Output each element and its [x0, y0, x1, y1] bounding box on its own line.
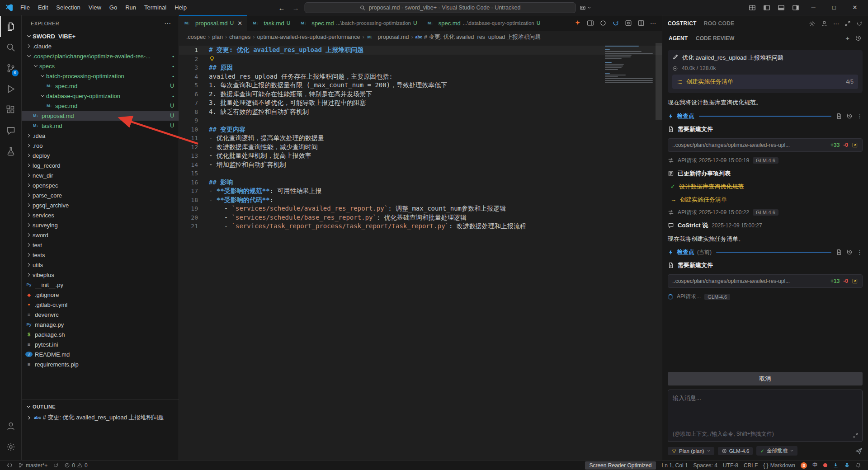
message-input[interactable]: 输入消息... (@添加上下文, /输入命令, Shift+拖拽文件): [668, 390, 863, 442]
more-actions-icon[interactable]: ⋯: [650, 20, 656, 27]
edit-task-icon[interactable]: [672, 54, 679, 60]
restore-history-icon[interactable]: [846, 113, 853, 119]
code-line-14[interactable]: 14- 增加监控和自动扩容机制: [179, 160, 662, 169]
restore-history-icon[interactable]: [846, 249, 853, 256]
settings-gear-icon[interactable]: [0, 437, 22, 457]
open-file-icon[interactable]: [852, 278, 858, 284]
menu-terminal[interactable]: Terminal: [140, 2, 170, 13]
breadcrumb-item-1[interactable]: plan: [212, 34, 223, 40]
remote-indicator-icon[interactable]: [5, 461, 15, 470]
tab-spec-md-2[interactable]: M↓spec.md...\batch-processing-optimizati…: [295, 15, 422, 31]
code-line-6[interactable]: 62. 数据库查询可能存在性能瓶颈，特别是在高并发场景下: [179, 90, 662, 99]
tree-file-gitignore[interactable]: ◆.gitignore: [22, 290, 179, 300]
code-line-18[interactable]: 18- **受影响的代码**:: [179, 196, 662, 205]
code-line-20[interactable]: 20 - `services/schedule/base_res_report.…: [179, 213, 662, 222]
send-icon[interactable]: [855, 447, 863, 455]
tree-folder-specs[interactable]: specs●: [22, 61, 179, 71]
extensions-icon[interactable]: [0, 99, 22, 120]
command-center-search[interactable]: proposal.md - sword_vibe+ - Visual Studi…: [305, 2, 576, 13]
file-change-chip[interactable]: ..cospec/plan/changes/optimize-availed-r…: [668, 274, 863, 288]
eol-status[interactable]: CRLF: [741, 461, 760, 470]
todo-banner[interactable]: 创建实施任务清单 4/5: [672, 75, 858, 89]
maximize-button[interactable]: □: [825, 0, 844, 15]
tree-folder-database-query-optimization[interactable]: database-query-optimization●: [22, 91, 179, 101]
diff-file-icon[interactable]: [836, 113, 842, 119]
close-button[interactable]: ✕: [845, 0, 864, 15]
code-line-5[interactable]: 51. 每次查询和上报的数据量有限 (_max_count_num = 200)…: [179, 81, 662, 90]
menu-view[interactable]: View: [85, 2, 105, 13]
code-line-7[interactable]: 73. 批量处理逻辑不够优化，可能导致上报过程中的阻塞: [179, 99, 662, 108]
lightbulb-icon[interactable]: [209, 56, 215, 62]
tree-file-devenvrc[interactable]: ≡devenvrc: [22, 310, 179, 320]
checkpoint-row[interactable]: 检查点⋮: [668, 112, 863, 120]
tree-folder-roo[interactable]: .roo: [22, 141, 179, 150]
tree-folder-cospec-plan-changes-optimize-availed-res[interactable]: .cospec\plan\changes\optimize-availed-re…: [22, 51, 179, 61]
tree-folder-batch-processing-optimization[interactable]: batch-processing-optimization●: [22, 71, 179, 81]
tab-spec-md-3[interactable]: M↓spec.md...\database-query-optimization…: [422, 15, 546, 31]
outline-item[interactable]: abc # 变更: 优化 availed_res_upload 上报堆积问题: [22, 413, 179, 423]
more-icon[interactable]: ⋮: [857, 113, 863, 119]
breadcrumb-item-3[interactable]: optimize-availed-res-upload-performance: [257, 34, 360, 40]
customize-layout-icon[interactable]: [746, 2, 759, 14]
toggle-panel-icon[interactable]: [775, 2, 788, 14]
tree-folder-parse-core[interactable]: parse_core: [22, 190, 179, 200]
layout-toggle-icon[interactable]: [587, 19, 594, 27]
forward-button[interactable]: →: [291, 4, 301, 12]
code-editor[interactable]: 1# 变更: 优化 availed_res_upload 上报堆积问题23## …: [179, 43, 662, 460]
download-icon[interactable]: [830, 461, 841, 470]
tree-folder-test[interactable]: test: [22, 240, 179, 250]
menu-go[interactable]: Go: [105, 2, 121, 13]
breadcrumb-item-5[interactable]: abc# 变更: 优化 availed_res_upload 上报堆积问题: [415, 33, 541, 41]
mic-icon[interactable]: [842, 461, 852, 470]
tree-file-package-sh[interactable]: $package.sh: [22, 329, 179, 339]
open-file-icon[interactable]: [852, 142, 858, 148]
tree-folder-vibeplus[interactable]: vibeplus: [22, 270, 179, 280]
workspace-root-row[interactable]: SWORD_VIBE+: [22, 31, 179, 41]
panel-refresh-icon[interactable]: [856, 20, 863, 27]
tree-folder-idea[interactable]: .idea: [22, 131, 179, 141]
menu-selection[interactable]: Selection: [52, 2, 84, 13]
code-line-11[interactable]: 11- 优化查询逻辑，提高单次处理的数据量: [179, 134, 662, 143]
costrict-sparkle-icon[interactable]: [574, 19, 581, 27]
tab-proposal-md-0[interactable]: M↓proposal.mdU✕: [179, 15, 247, 31]
breadcrumb-item-4[interactable]: M↓proposal.md: [367, 33, 409, 41]
sync-preview-icon[interactable]: [612, 19, 619, 27]
tree-file-gitlab-ci-yml[interactable]: ▼.gitlab-ci.yml: [22, 300, 179, 310]
tree-folder-pgsql-archive[interactable]: pgsql_archive: [22, 200, 179, 210]
tree-folder-openspec[interactable]: openspec: [22, 180, 179, 190]
encoding-status[interactable]: UTF-8: [721, 461, 741, 470]
new-task-icon[interactable]: +: [845, 34, 849, 42]
tree-folder-log-record[interactable]: log_record: [22, 160, 179, 170]
menu-edit[interactable]: Edit: [34, 2, 52, 13]
code-line-16[interactable]: 16## 影响: [179, 178, 662, 187]
menu-file[interactable]: File: [16, 2, 34, 13]
composer-expand-icon[interactable]: [853, 432, 859, 438]
panel-expand-icon[interactable]: [844, 20, 851, 27]
panel-account-icon[interactable]: [821, 20, 828, 27]
menu-run[interactable]: Run: [121, 2, 140, 13]
code-line-17[interactable]: 17- **受影响的规范**: 可用性结果上报: [179, 187, 662, 196]
editor-scrollbar[interactable]: [656, 43, 662, 120]
code-line-13[interactable]: 13- 优化批量处理机制，提高上报效率: [179, 151, 662, 160]
markdown-preview-icon[interactable]: [625, 19, 632, 27]
git-branch-indicator[interactable]: master*+: [16, 461, 50, 470]
breadcrumb-item-0[interactable]: .cospec: [186, 34, 206, 40]
costrict-logo-icon[interactable]: S: [798, 461, 809, 470]
code-line-21[interactable]: 21 - `services/task_report_process/task_…: [179, 222, 662, 231]
tree-folder-utils[interactable]: utils: [22, 260, 179, 270]
tree-file-proposal-md[interactable]: M↓proposal.mdU: [22, 111, 179, 121]
code-line-8[interactable]: 84. 缺乏有效的监控和自动扩容机制: [179, 108, 662, 117]
code-line-12[interactable]: 12- 改进数据库查询性能，减少查询时间: [179, 143, 662, 152]
tab-agent[interactable]: AGENT: [669, 35, 688, 42]
tree-file-spec-md[interactable]: M↓spec.mdU: [22, 101, 179, 111]
accounts-icon[interactable]: [0, 416, 22, 437]
breadcrumb-item-2[interactable]: changes: [229, 34, 250, 40]
tree-folder-surveying[interactable]: surveying: [22, 220, 179, 230]
more-icon[interactable]: ⋮: [857, 249, 863, 256]
code-line-4[interactable]: 4availed_res_upload 任务存在上报堆积问题，主要原因包括:: [179, 72, 662, 81]
code-line-9[interactable]: 9: [179, 116, 662, 125]
tree-folder-new-dir[interactable]: new_dir: [22, 170, 179, 180]
tree-file-manage-py[interactable]: Pymanage.py: [22, 320, 179, 329]
tree-folder-claude[interactable]: .claude: [22, 41, 179, 51]
cancel-button[interactable]: 取消: [668, 372, 863, 385]
